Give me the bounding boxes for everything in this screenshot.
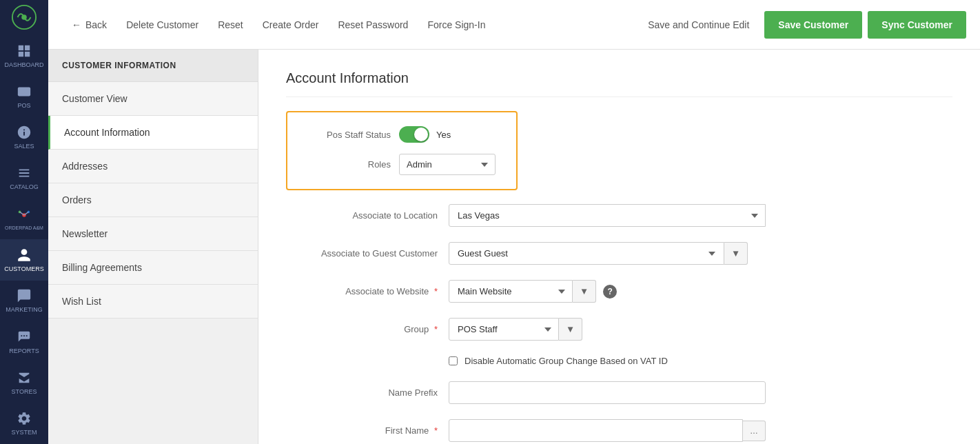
disable-vat-row: Disable Automatic Group Change Based on … bbox=[449, 356, 952, 366]
name-prefix-label: Name Prefix bbox=[286, 387, 438, 398]
sidebar-item-reports[interactable]: REPORTS bbox=[0, 321, 48, 362]
first-name-row: First Name * … bbox=[286, 419, 952, 442]
associate-website-label: Associate to Website * bbox=[286, 286, 438, 296]
left-nav-item-account-information[interactable]: Account Information bbox=[48, 116, 258, 150]
sidebar-item-customers[interactable]: CUSTOMERS bbox=[0, 239, 48, 280]
group-select-wrapper: POS Staff General Wholesale ▼ bbox=[449, 318, 582, 341]
svg-rect-4 bbox=[19, 51, 23, 56]
sidebar-item-dashboard[interactable]: DASHBOARD bbox=[0, 35, 48, 76]
create-order-label: Create Order bbox=[263, 19, 319, 30]
sales-icon bbox=[17, 125, 32, 140]
sidebar-item-connector-label: ORDERPAD A&M bbox=[5, 225, 43, 230]
reset-password-button[interactable]: Reset Password bbox=[328, 14, 418, 36]
save-continue-label: Save and Continue Edit bbox=[648, 19, 749, 30]
dashboard-icon bbox=[17, 43, 32, 59]
pos-icon bbox=[17, 84, 32, 99]
sidebar-item-pos-label: POS bbox=[17, 102, 30, 109]
marketing-icon bbox=[17, 288, 32, 303]
associate-guest-row: Associate to Guest Customer Guest Guest … bbox=[286, 242, 952, 265]
svg-point-1 bbox=[21, 15, 27, 21]
disable-vat-label[interactable]: Disable Automatic Group Change Based on … bbox=[465, 356, 668, 366]
disable-vat-checkbox[interactable] bbox=[449, 356, 458, 365]
group-label: Group * bbox=[286, 324, 438, 334]
force-signin-button[interactable]: Force Sign-In bbox=[418, 14, 495, 36]
sidebar-item-connector[interactable]: ORDERPAD A&M bbox=[0, 199, 48, 239]
customers-icon bbox=[17, 248, 32, 263]
group-required: * bbox=[434, 324, 438, 334]
associate-website-select[interactable]: Main Website bbox=[449, 280, 573, 303]
associate-location-select[interactable]: Las Vegas bbox=[449, 204, 766, 227]
associate-guest-select-wrapper: Guest Guest ▼ bbox=[449, 242, 748, 265]
associate-website-dropdown-btn[interactable]: ▼ bbox=[573, 280, 596, 303]
left-nav-item-newsletter[interactable]: Newsletter bbox=[48, 217, 258, 251]
sidebar-item-catalog-label: CATALOG bbox=[10, 183, 39, 190]
website-help-icon[interactable]: ? bbox=[603, 285, 617, 299]
body-area: CUSTOMER INFORMATION Customer View Accou… bbox=[48, 50, 980, 444]
delete-customer-label: Delete Customer bbox=[126, 19, 198, 30]
associate-guest-select[interactable]: Guest Guest bbox=[449, 242, 724, 265]
svg-rect-2 bbox=[19, 45, 23, 50]
group-select[interactable]: POS Staff General Wholesale bbox=[449, 318, 559, 341]
svg-rect-8 bbox=[20, 92, 25, 94]
first-name-field-wrapper: … bbox=[449, 419, 766, 442]
sidebar-item-stores-label: STORES bbox=[12, 388, 37, 395]
left-nav-item-orders[interactable]: Orders bbox=[48, 183, 258, 217]
sidebar-item-pos[interactable]: POS bbox=[0, 76, 48, 117]
save-continue-button[interactable]: Save and Continue Edit bbox=[638, 14, 759, 36]
svg-rect-7 bbox=[20, 90, 29, 91]
delete-customer-button[interactable]: Delete Customer bbox=[116, 14, 208, 36]
sidebar-item-marketing-label: MARKETING bbox=[6, 306, 43, 313]
back-label: Back bbox=[85, 19, 107, 30]
reset-button[interactable]: Reset bbox=[208, 14, 253, 36]
sidebar-item-system-label: SYSTEM bbox=[11, 429, 37, 436]
sidebar-item-stores[interactable]: STORES bbox=[0, 362, 48, 403]
create-order-button[interactable]: Create Order bbox=[253, 14, 329, 36]
save-customer-label: Save Customer bbox=[778, 19, 848, 30]
sync-customer-button[interactable]: Sync Customer bbox=[868, 11, 966, 39]
left-nav-item-billing-agreements[interactable]: Billing Agreements bbox=[48, 251, 258, 285]
system-icon bbox=[17, 411, 32, 426]
sidebar-item-catalog[interactable]: CATALOG bbox=[0, 158, 48, 199]
svg-rect-3 bbox=[25, 45, 30, 50]
left-nav-item-customer-view[interactable]: Customer View bbox=[48, 82, 258, 116]
associate-website-row: Associate to Website * Main Website ▼ ? bbox=[286, 280, 952, 303]
svg-rect-5 bbox=[25, 51, 30, 56]
group-row: Group * POS Staff General Wholesale ▼ bbox=[286, 318, 952, 341]
associate-guest-dropdown-btn[interactable]: ▼ bbox=[724, 242, 748, 265]
pos-staff-status-row: Pos Staff Status Yes bbox=[308, 126, 496, 143]
sync-customer-label: Sync Customer bbox=[881, 19, 952, 30]
associate-location-row: Associate to Location Las Vegas bbox=[286, 204, 952, 227]
sidebar-item-system[interactable]: SYSTEM bbox=[0, 403, 48, 444]
pos-staff-toggle[interactable] bbox=[399, 126, 429, 143]
left-nav-item-addresses[interactable]: Addresses bbox=[48, 150, 258, 183]
name-prefix-row: Name Prefix bbox=[286, 381, 952, 404]
pos-staff-status-label: Pos Staff Status bbox=[308, 130, 391, 140]
toolbar: ← Back Delete Customer Reset Create Orde… bbox=[48, 0, 980, 50]
left-nav: CUSTOMER INFORMATION Customer View Accou… bbox=[48, 50, 258, 444]
first-name-picker-btn[interactable]: … bbox=[743, 421, 766, 441]
connector-icon bbox=[17, 208, 32, 223]
name-prefix-input[interactable] bbox=[449, 381, 766, 404]
back-button[interactable]: ← Back bbox=[62, 14, 116, 36]
sidebar: DASHBOARD POS SALES CATALOG ORDERPAD A&M… bbox=[0, 0, 48, 444]
first-name-label: First Name * bbox=[286, 425, 438, 436]
sidebar-item-sales[interactable]: SALES bbox=[0, 117, 48, 157]
force-signin-label: Force Sign-In bbox=[427, 19, 485, 30]
sidebar-item-customers-label: CUSTOMERS bbox=[4, 265, 43, 272]
pos-staff-toggle-wrapper: Yes bbox=[399, 126, 451, 143]
associate-location-label: Associate to Location bbox=[286, 210, 438, 221]
app-logo[interactable] bbox=[0, 0, 48, 35]
associate-website-select-wrapper: Main Website ▼ bbox=[449, 280, 596, 303]
reports-icon bbox=[17, 330, 32, 345]
reset-password-label: Reset Password bbox=[338, 19, 408, 30]
left-nav-item-wish-list[interactable]: Wish List bbox=[48, 285, 258, 319]
first-name-input[interactable] bbox=[449, 419, 743, 442]
first-name-required: * bbox=[434, 425, 438, 436]
form-area: Account Information Pos Staff Status Yes bbox=[258, 50, 980, 444]
pos-staff-status-value: Yes bbox=[436, 130, 451, 140]
save-customer-button[interactable]: Save Customer bbox=[764, 11, 862, 39]
roles-select[interactable]: Admin Staff Manager bbox=[399, 154, 496, 175]
reset-label: Reset bbox=[218, 19, 243, 30]
sidebar-item-marketing[interactable]: MARKETING bbox=[0, 281, 48, 321]
group-dropdown-btn[interactable]: ▼ bbox=[559, 318, 582, 341]
